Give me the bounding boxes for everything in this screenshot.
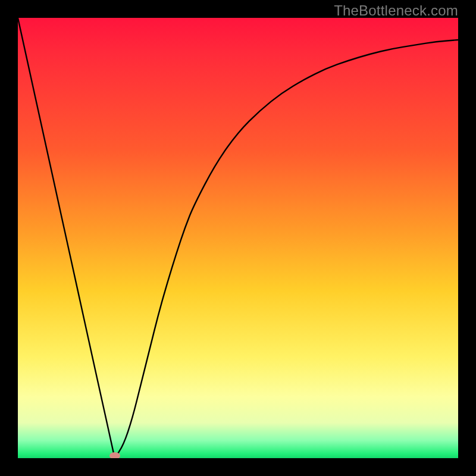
plot-area <box>18 18 458 458</box>
watermark-text: TheBottleneck.com <box>334 2 458 19</box>
optimal-point-marker <box>109 452 120 458</box>
figure-container: TheBottleneck.com <box>0 0 476 476</box>
curve-layer <box>18 18 458 458</box>
bottleneck-curve <box>18 18 458 458</box>
